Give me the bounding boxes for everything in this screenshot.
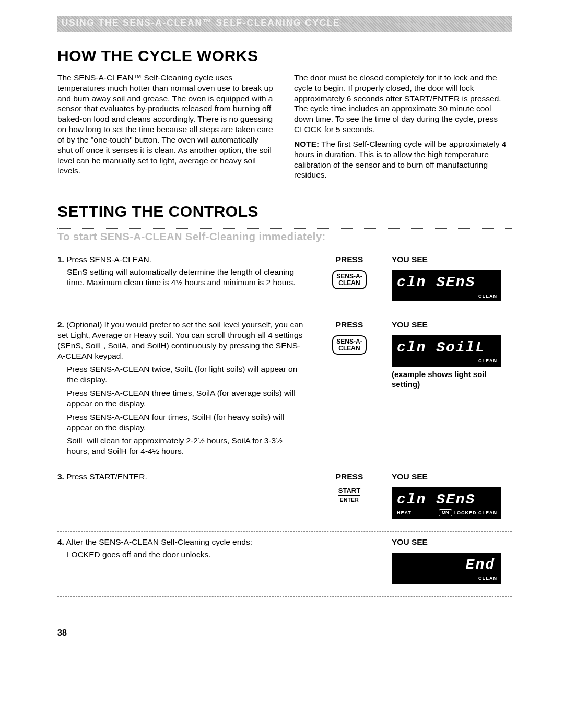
press-label: PRESS bbox=[315, 320, 383, 330]
cycle-description: The SENS-A-CLEAN™ Self-Cleaning cycle us… bbox=[57, 73, 512, 180]
display-step-3: cln SEnS HEAT ON LOCKED CLEAN bbox=[392, 487, 501, 519]
step-4-lead: After the SENS-A-CLEAN Self-Cleaning cyc… bbox=[64, 537, 252, 546]
step-2-lead: (Optional) If you would prefer to set th… bbox=[57, 320, 303, 360]
step-2-caption: (example shows light soil setting) bbox=[392, 370, 512, 390]
cycle-col-left: The SENS-A-CLEAN™ Self-Cleaning cycle us… bbox=[57, 73, 275, 180]
display-clean-indicator: CLEAN bbox=[478, 576, 497, 582]
you-see-label: YOU SEE bbox=[392, 472, 512, 482]
step-1: 1. Press SENS-A-CLEAN. SEnS setting will… bbox=[57, 249, 512, 314]
display-main: cln SEnS bbox=[397, 273, 475, 292]
subheading-start-immediately: To start SENS-A-CLEAN Self-Cleaning imme… bbox=[57, 231, 512, 243]
step-4-num: 4. bbox=[57, 537, 64, 546]
display-main: End bbox=[466, 556, 495, 574]
display-heat-indicator: HEAT bbox=[397, 510, 412, 516]
display-clean-indicator: CLEAN bbox=[478, 358, 497, 365]
note-label: NOTE: bbox=[294, 139, 319, 148]
step-4-sub: LOCKED goes off and the door unlocks. bbox=[57, 549, 307, 560]
step-3-lead: Press START/ENTER. bbox=[64, 472, 147, 481]
press-label: PRESS bbox=[315, 254, 383, 265]
press-label: PRESS bbox=[315, 472, 383, 482]
cycle-col-right: The door must be closed completely for i… bbox=[294, 73, 512, 180]
display-main: cln SoilL bbox=[397, 338, 485, 357]
step-3: 3. Press START/ENTER. PRESS START ENTER … bbox=[57, 466, 512, 532]
note-body: The first Self-Cleaning cycle will be ap… bbox=[294, 139, 506, 179]
display-main: cln SEnS bbox=[397, 490, 475, 509]
you-see-label: YOU SEE bbox=[392, 254, 512, 265]
step-3-num: 3. bbox=[57, 472, 64, 481]
display-step-1: cln SEnS CLEAN bbox=[392, 270, 501, 301]
sens-a-clean-keypad-icon: SENS-A- CLEAN bbox=[332, 270, 367, 289]
heading-how-cycle-works: HOW THE CYCLE WORKS bbox=[57, 47, 512, 65]
step-1-sub: SEnS setting will automatically determin… bbox=[57, 267, 307, 288]
page-number: 38 bbox=[57, 628, 512, 638]
heading-setting-controls: SETTING THE CONTROLS bbox=[57, 203, 512, 220]
start-enter-button-icon: START ENTER bbox=[315, 487, 383, 504]
step-4: 4. After the SENS-A-CLEAN Self-Cleaning … bbox=[57, 532, 512, 597]
you-see-label: YOU SEE bbox=[392, 537, 512, 547]
display-step-2: cln SoilL CLEAN bbox=[392, 335, 501, 367]
display-on-indicator: ON bbox=[439, 509, 452, 516]
step-2-p2: Press SENS-A-CLEAN three times, SoilA (f… bbox=[67, 388, 307, 409]
display-clean-indicator: CLEAN bbox=[478, 293, 497, 300]
step-2: 2. (Optional) If you would prefer to set… bbox=[57, 314, 512, 466]
display-step-4: End CLEAN bbox=[392, 553, 501, 584]
step-1-lead: Press SENS-A-CLEAN. bbox=[64, 255, 151, 264]
step-2-num: 2. bbox=[57, 320, 64, 329]
you-see-label: YOU SEE bbox=[392, 320, 512, 330]
section-banner: USING THE SENS-A-CLEAN™ SELF-CLEANING CY… bbox=[57, 16, 512, 32]
sens-a-clean-keypad-icon: SENS-A- CLEAN bbox=[332, 335, 367, 355]
cycle-para-door: The door must be closed completely for i… bbox=[294, 73, 501, 134]
step-2-p1: Press SENS-A-CLEAN twice, SoilL (for lig… bbox=[67, 364, 307, 385]
step-2-p3: Press SENS-A-CLEAN four times, SoilH (fo… bbox=[67, 412, 307, 433]
step-2-p4: SoilL will clean for approximately 2-2½ … bbox=[67, 436, 307, 456]
display-locked-clean-indicator: LOCKED CLEAN bbox=[454, 510, 498, 516]
step-1-num: 1. bbox=[57, 255, 64, 264]
